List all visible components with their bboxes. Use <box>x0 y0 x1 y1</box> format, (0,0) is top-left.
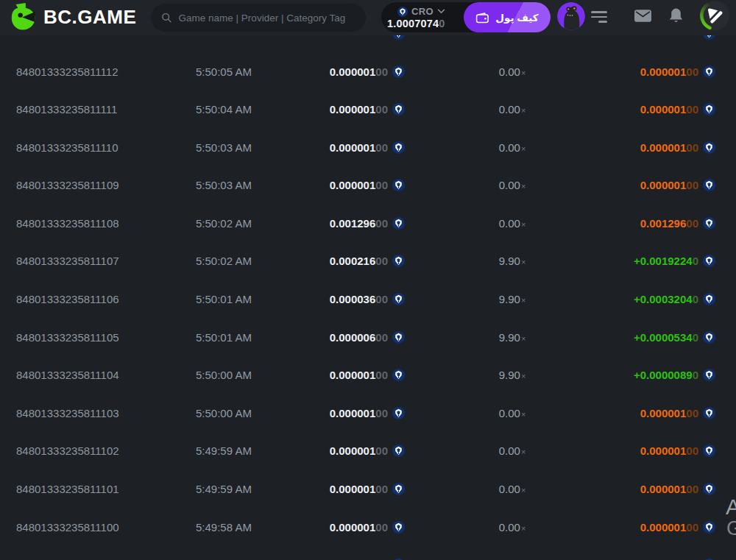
search-icon <box>161 12 172 24</box>
multiplier: 0.00× <box>405 179 576 191</box>
bet-amount: 0.00000600 <box>306 331 405 344</box>
bet-amount: 0.00021600 <box>306 255 405 267</box>
bet-amount: 0.00000100 <box>306 521 405 534</box>
bet-amount-main: 0.000001 <box>330 407 376 419</box>
multiplier: 9.90× <box>405 369 576 381</box>
bet-id: 84801333235811103 <box>16 407 185 419</box>
bet-amount-dim: 00 <box>375 521 388 534</box>
table-row[interactable]: 84801333235811104 5:50:00 AM 0.00000100 … <box>0 356 736 394</box>
cro-coin-icon <box>392 217 405 230</box>
currency-code: CRO <box>411 6 434 17</box>
multiplier-x: × <box>521 486 526 495</box>
table-row-partial-top <box>0 35 736 52</box>
bet-time: 5:49:59 AM <box>185 483 306 495</box>
wallet-button[interactable]: کیف پول <box>464 2 551 32</box>
bet-amount-dim: 00 <box>375 141 388 154</box>
multiplier: 9.90× <box>405 331 576 344</box>
bet-amount-main: 0.001296 <box>330 217 376 230</box>
payout: +0.00005340 <box>576 331 715 344</box>
multiplier-value: 9.90 <box>499 331 520 344</box>
cro-coin-icon <box>392 407 405 419</box>
bcgame-logo[interactable]: BC.GAME <box>9 2 136 32</box>
menu-icon[interactable] <box>591 11 607 23</box>
table-row[interactable]: 84801333235811111 5:50:04 AM 0.00000100 … <box>0 91 736 129</box>
table-row[interactable]: 84801333235811112 5:50:05 AM 0.00000100 … <box>0 52 736 91</box>
table-row[interactable]: 84801333235811102 5:49:59 AM 0.00000100 … <box>0 432 736 470</box>
bet-amount-main: 0.000001 <box>330 65 376 78</box>
payout: +0.00000890 <box>576 369 715 381</box>
payout: 0.00000100 <box>576 407 715 419</box>
payout-dim: 00 <box>686 407 698 419</box>
multiplier: 0.00× <box>405 217 576 230</box>
multiplier: 0.00× <box>405 483 576 495</box>
table-row[interactable]: 84801333235811107 5:50:02 AM 0.00021600 … <box>0 242 736 280</box>
multiplier-value: 0.00 <box>499 483 520 495</box>
cro-coin-icon <box>703 407 715 419</box>
multiplier: 9.90× <box>405 293 576 305</box>
table-row[interactable]: 84801333235811108 5:50:02 AM 0.00129600 … <box>0 205 736 243</box>
table-row[interactable]: 84801333235811103 5:50:00 AM 0.00000100 … <box>0 394 736 433</box>
multiplier-x: × <box>521 524 526 533</box>
payout-main: 0.000001 <box>640 179 687 191</box>
payout: 0.00000100 <box>576 103 715 116</box>
cro-coin-icon <box>392 369 405 381</box>
table-row[interactable]: 84801333235811109 5:50:03 AM 0.00000100 … <box>0 166 736 205</box>
payout-main: 0.000001 <box>640 103 687 116</box>
bet-amount-dim: 00 <box>375 331 388 344</box>
multiplier-x: × <box>521 68 526 77</box>
table-row[interactable]: 84801333235811101 5:49:59 AM 0.00000100 … <box>0 470 736 508</box>
bet-id: 84801333235811101 <box>16 483 185 495</box>
bet-amount-main: 0.000001 <box>330 483 376 495</box>
cro-coin-icon <box>703 141 715 154</box>
multiplier-value: 0.00 <box>499 103 520 116</box>
multiplier: 0.00× <box>405 103 576 116</box>
cro-coin-icon <box>397 7 408 17</box>
bet-time: 5:50:03 AM <box>185 179 306 191</box>
table-row[interactable]: 84801333235811100 5:49:58 AM 0.00000100 … <box>0 508 736 546</box>
notifications-bell-icon[interactable] <box>668 7 684 24</box>
bet-time: 5:50:05 AM <box>185 65 306 78</box>
bet-amount: 0.00003600 <box>306 293 405 305</box>
table-row[interactable]: 84801333235811106 5:50:01 AM 0.00003600 … <box>0 280 736 319</box>
brand-name: BC.GAME <box>43 6 136 29</box>
quest-flag-icon[interactable] <box>700 1 729 30</box>
table-row[interactable]: 84801333235811110 5:50:03 AM 0.00000100 … <box>0 128 736 166</box>
bet-id: 84801333235811106 <box>16 293 185 305</box>
game-search-bar[interactable] <box>151 4 366 32</box>
cro-coin-icon <box>703 369 715 381</box>
cro-coin-icon <box>703 521 715 534</box>
multiplier: 0.00× <box>405 141 576 154</box>
cro-coin-icon <box>392 255 405 267</box>
bet-amount: 0.00000100 <box>306 141 405 154</box>
bet-amount: 0.00000100 <box>306 369 405 381</box>
balance-amount-dim: 0 <box>439 18 445 29</box>
bet-amount-dim: 00 <box>375 217 388 230</box>
cro-coin-icon <box>703 217 715 230</box>
search-input[interactable] <box>179 13 355 24</box>
bet-amount-main: 0.000001 <box>330 369 376 381</box>
bet-id: 84801333235811100 <box>16 521 185 534</box>
bet-amount: 0.00000100 <box>306 103 405 116</box>
cro-coin-icon <box>703 103 715 116</box>
cro-coin-icon <box>392 103 405 116</box>
payout-dim: 00 <box>686 217 698 230</box>
multiplier-value: 9.90 <box>499 255 520 267</box>
multiplier: 0.00× <box>405 65 576 78</box>
bet-amount: 0.00129600 <box>306 217 405 230</box>
multiplier-value: 0.00 <box>499 521 520 534</box>
balance-amount: 1.00070740 <box>387 18 468 29</box>
mail-icon[interactable] <box>634 10 651 22</box>
multiplier-value: 9.90 <box>499 293 520 305</box>
payout-dim: 00 <box>686 141 698 154</box>
cro-coin-icon <box>392 141 405 154</box>
bets-table-body: 84801333235811112 5:50:05 AM 0.00000100 … <box>0 52 736 546</box>
currency-selector[interactable]: CRO 1.00070740 <box>381 2 468 32</box>
bet-amount-main: 0.000001 <box>330 103 376 116</box>
user-avatar[interactable] <box>557 2 585 30</box>
multiplier: 0.00× <box>405 444 576 457</box>
multiplier-value: 0.00 <box>499 407 520 419</box>
table-row-partial-bottom <box>0 546 736 560</box>
bet-time: 5:49:58 AM <box>185 521 306 534</box>
cro-coin-icon <box>392 521 405 534</box>
table-row[interactable]: 84801333235811105 5:50:01 AM 0.00000600 … <box>0 318 736 356</box>
